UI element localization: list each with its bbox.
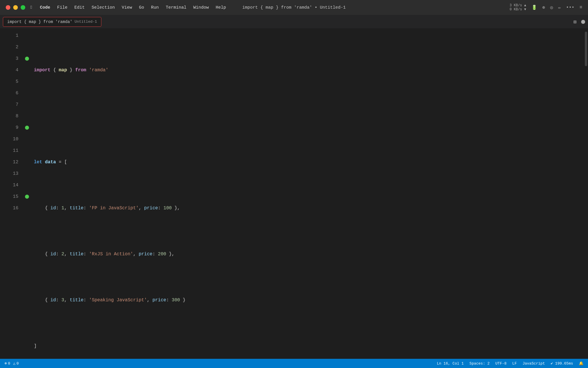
user-icon[interactable]: ◎ xyxy=(550,5,553,10)
battery-icon[interactable]: 🔋 xyxy=(531,5,537,10)
warning-count: 0 xyxy=(16,361,19,366)
dot-icon[interactable] xyxy=(581,20,585,24)
gutter-9[interactable] xyxy=(23,122,31,133)
code-line-7: ] xyxy=(34,340,584,352)
gutter-13 xyxy=(23,168,31,179)
menu-code[interactable]: Code xyxy=(40,5,50,10)
menu-edit[interactable]: Edit xyxy=(74,5,85,10)
menu-selection[interactable]: Selection xyxy=(92,5,115,10)
scrollbar-thumb[interactable] xyxy=(585,32,587,66)
gutter-14 xyxy=(23,179,31,191)
line-num-5: 5 xyxy=(0,76,18,87)
titlebar-left:  Code File Edit Selection View Go Run T… xyxy=(6,5,226,10)
menu-view[interactable]: View xyxy=(122,5,132,10)
kw-let-3: let xyxy=(34,156,42,168)
code-content[interactable]: import { map } from 'ramda' let data = [… xyxy=(31,29,584,359)
gutter-15[interactable] xyxy=(23,191,31,202)
tabbar: import { map } from 'ramda' Untitled-1 ⊞ xyxy=(0,15,588,29)
error-icon: ⊗ xyxy=(5,361,7,366)
kw-import: import xyxy=(34,64,51,76)
warning-icon: △ xyxy=(13,361,16,366)
breakpoint-9[interactable] xyxy=(25,126,29,130)
line-numbers: 1 2 3 4 5 6 7 8 9 10 11 12 13 14 15 16 xyxy=(0,29,23,359)
maximize-button[interactable] xyxy=(21,5,25,10)
line-num-16: 16 xyxy=(0,202,18,214)
num-1: 1 xyxy=(61,202,64,214)
statusbar-language[interactable]: JavaScript xyxy=(523,361,545,366)
gutter-16 xyxy=(23,202,31,214)
prop-id-4: id xyxy=(51,202,56,214)
gutter-7 xyxy=(23,99,31,110)
gutter-12 xyxy=(23,156,31,168)
var-data: data xyxy=(45,156,56,168)
breakpoint-3[interactable] xyxy=(25,57,29,61)
line-num-1: 1 xyxy=(0,30,18,41)
line-num-6: 6 xyxy=(0,87,18,99)
line-num-4: 4 xyxy=(0,64,18,76)
gutter xyxy=(23,29,31,359)
close-button[interactable] xyxy=(6,5,10,10)
line-num-10: 10 xyxy=(0,133,18,145)
traffic-lights xyxy=(6,5,25,10)
num-2: 2 xyxy=(61,248,64,260)
code-line-6: { id: 3, title: 'Speaking JavaScript', p… xyxy=(34,294,584,306)
line-num-11: 11 xyxy=(0,145,18,156)
statusbar-notifications-icon[interactable]: 🔔 xyxy=(579,361,583,366)
statusbar-encoding[interactable]: UTF-8 xyxy=(495,361,506,366)
kw-from: from xyxy=(75,64,86,76)
prop-price-5: price xyxy=(139,248,152,260)
tab-filename: Untitled-1 xyxy=(75,20,97,24)
menu-bar:  Code File Edit Selection View Go Run T… xyxy=(30,5,226,10)
error-count: 0 xyxy=(8,361,10,366)
airdrop-icon[interactable]: ⊕ xyxy=(542,5,545,10)
menu-apple[interactable]:  xyxy=(30,5,33,10)
line-num-15: 15 xyxy=(0,191,18,202)
gutter-1 xyxy=(23,30,31,41)
str-fp: 'FP in JavaScript' xyxy=(89,202,139,214)
titlebar-right: 3 KB/s ▲0 KB/s ▼ 🔋 ⊕ ◎ ✏ ••• ≡ xyxy=(510,3,582,12)
gutter-2 xyxy=(23,41,31,53)
num-200: 200 xyxy=(158,248,166,260)
pencil-icon[interactable]: ✏ xyxy=(558,5,561,10)
menu-help[interactable]: Help xyxy=(216,5,226,10)
statusbar-line-ending[interactable]: LF xyxy=(512,361,517,366)
gutter-5 xyxy=(23,76,31,87)
str-speaking: 'Speaking JavaScript' xyxy=(89,294,147,306)
menu-run[interactable]: Run xyxy=(151,5,159,10)
breakpoint-15[interactable] xyxy=(25,195,29,199)
statusbar-position[interactable]: Ln 16, Col 1 xyxy=(437,361,464,366)
menu-window[interactable]: Window xyxy=(193,5,209,10)
prop-title-5: title xyxy=(70,248,84,260)
gutter-8 xyxy=(23,110,31,122)
num-100: 100 xyxy=(163,202,172,214)
statusbar-errors[interactable]: ⊗ 0 △ 0 xyxy=(5,361,19,366)
menu-terminal[interactable]: Terminal xyxy=(166,5,186,10)
gutter-6 xyxy=(23,87,31,99)
prop-price-4: price xyxy=(144,202,158,214)
num-300: 300 xyxy=(172,294,180,306)
str-ramda: 'ramda' xyxy=(89,64,108,76)
line-num-8: 8 xyxy=(0,110,18,122)
menu-go[interactable]: Go xyxy=(139,5,144,10)
minimize-button[interactable] xyxy=(13,5,18,10)
network-info: 3 KB/s ▲0 KB/s ▼ xyxy=(510,3,526,12)
line-num-3: 3 xyxy=(0,53,18,64)
tabbar-right: ⊞ xyxy=(573,19,585,25)
active-tab[interactable]: import { map } from 'ramda' Untitled-1 xyxy=(3,17,101,27)
statusbar-spaces[interactable]: Spaces: 2 xyxy=(469,361,490,366)
line-num-13: 13 xyxy=(0,168,18,179)
split-editor-icon[interactable]: ⊞ xyxy=(573,19,577,25)
scrollbar[interactable] xyxy=(584,29,588,359)
line-num-7: 7 xyxy=(0,99,18,110)
str-rxjs: 'RxJS in Action' xyxy=(89,248,133,260)
menu-file[interactable]: File xyxy=(57,5,67,10)
list-icon[interactable]: ≡ xyxy=(579,5,582,10)
prop-title-6: title xyxy=(70,294,84,306)
statusbar-timing: ✔ 199.65ms xyxy=(551,361,573,366)
window-title: import { map } from 'ramda' • Untitled-1 xyxy=(242,5,346,10)
more-icon[interactable]: ••• xyxy=(566,5,575,10)
gutter-3[interactable] xyxy=(23,53,31,64)
space-from xyxy=(86,64,89,76)
line-num-2: 2 xyxy=(0,41,18,53)
prop-id-6: id xyxy=(51,294,56,306)
